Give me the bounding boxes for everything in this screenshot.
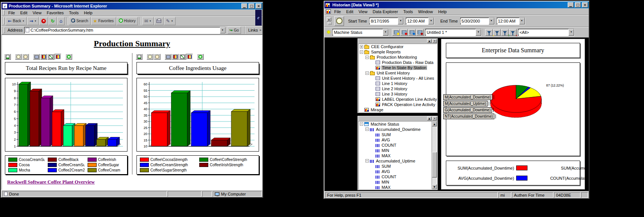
ie-titlebar[interactable]: e Production Summary - Microsoft Interne… [2, 3, 262, 9]
tree-item-cee-configurator[interactable]: +CEE Configurator [359, 44, 437, 49]
ie-menu-favorites[interactable]: Favorites [44, 10, 66, 16]
delete-filter-button[interactable]: × [509, 29, 517, 36]
collapse-icon[interactable]: − [365, 127, 369, 131]
maximize-button[interactable]: □ [575, 2, 581, 8]
home-button[interactable]: ⌂ [57, 17, 65, 25]
tree-item-min[interactable]: MIN [359, 148, 432, 153]
ie-menu-file[interactable]: File [6, 10, 18, 16]
tree-item-production-data-raw-data[interactable]: Production Data - Raw Data [359, 60, 437, 65]
minimize-button[interactable]: ▁ [241, 3, 247, 9]
favorites-button[interactable]: ★Favorites [91, 17, 116, 25]
tree-item-mirage[interactable]: Mirage [359, 107, 437, 112]
dropdown-arrow[interactable]: ▼ [568, 29, 574, 36]
close-button[interactable]: × [256, 3, 262, 9]
tree-item-count[interactable]: COUNT [359, 143, 432, 148]
table-view-button[interactable] [165, 54, 171, 60]
collapse-icon[interactable]: − [365, 71, 369, 75]
dropdown-arrow[interactable]: ▼ [519, 18, 525, 24]
tree-item-sum[interactable]: SUM [359, 132, 432, 137]
tree-item-machine-status[interactable]: −Machine Status [359, 121, 432, 127]
minimize-button[interactable]: ▁ [568, 2, 574, 8]
mail-dropdown-arrow[interactable]: ▼ [149, 20, 152, 22]
historian-menu-edit[interactable]: Edit [344, 9, 356, 15]
coffee-plant-overview-link[interactable]: Rockwell Software Coffee Plant Overview [7, 179, 95, 185]
historian-menu-help[interactable]: Help [435, 9, 449, 15]
export-button[interactable] [136, 54, 142, 60]
bar-view-button[interactable] [40, 54, 47, 60]
line-view-button[interactable] [179, 54, 186, 60]
scroll-down-button[interactable]: ▼ [432, 184, 437, 189]
edit-filter-button[interactable]: ? [501, 29, 509, 36]
column-view-button[interactable] [186, 54, 193, 60]
start-clock-combo[interactable]: 12:00 AM▼ [406, 17, 434, 25]
dropdown-arrow[interactable]: ▼ [476, 29, 481, 36]
historian-menu-tools[interactable]: Tools [401, 9, 416, 15]
toolbar-grip[interactable] [3, 17, 5, 24]
toolbar-close-button[interactable]: × [327, 17, 331, 21]
tree-item-pack-operation-line-activity[interactable]: PACK Operation Line Activity [359, 102, 437, 107]
tree-item-accumulated-downtime[interactable]: −Accumulated_Downtime [359, 127, 432, 132]
historian-titlebar[interactable]: Historian [Data View3 *] ▁ □ × [324, 2, 589, 8]
time-picker-button[interactable] [334, 16, 344, 26]
data-view-combo[interactable]: Untitled 1 *▼ [425, 29, 482, 36]
toolbar-grip[interactable] [328, 22, 332, 25]
mail-button[interactable]: ✉▼ [142, 17, 154, 25]
historian-menu-window[interactable]: Window [415, 9, 435, 15]
address-input[interactable]: C:\CoffeeProductionSummary.htm ▼ [24, 27, 226, 34]
refresh-chart-button[interactable] [197, 54, 204, 60]
links-label[interactable]: Links [248, 28, 258, 32]
end-clock-combo[interactable]: 12:00 AM▼ [497, 17, 525, 25]
historian-menu-view[interactable]: View [356, 9, 370, 15]
time-edit-button[interactable] [154, 54, 161, 60]
pane-close-button[interactable]: ✕ [432, 39, 437, 43]
pane-pin-button[interactable]: ▲ [427, 117, 432, 120]
collapse-icon[interactable]: − [365, 56, 369, 59]
time-edit-button[interactable] [22, 54, 29, 60]
tree-item-line-3-history[interactable]: Line 3 History [359, 91, 437, 97]
collapse-icon[interactable]: − [365, 159, 369, 162]
tag-combo[interactable]: Machine Status▼ [332, 29, 389, 36]
edit-data-view-button[interactable] [400, 29, 408, 36]
export-button[interactable] [4, 54, 11, 60]
tree-item-production-monitoring[interactable]: −Production Monitoring [359, 55, 437, 60]
collapse-icon[interactable]: − [360, 122, 363, 126]
time-range-button[interactable] [15, 54, 22, 60]
address-dropdown-button[interactable]: ▼ [220, 27, 226, 33]
tree-item-max[interactable]: MAX [359, 185, 432, 190]
tree-item-line-1-history[interactable]: Line 1 History [359, 81, 437, 86]
ie-menu-edit[interactable]: Edit [18, 10, 30, 16]
new-filter-button[interactable]: ＋ [485, 29, 493, 36]
tree-item-sample-reports[interactable]: −Sample Reports [359, 49, 437, 55]
ie-menu-tools[interactable]: Tools [67, 10, 82, 16]
column-view-button[interactable] [55, 54, 61, 60]
tree-item-label-operation-line-activity[interactable]: LABEL Operation Line Activity [359, 97, 437, 102]
go-button[interactable]: ↪ Go [227, 27, 241, 34]
pane-close-button[interactable]: ✕ [432, 117, 437, 120]
bar-view-button[interactable] [172, 54, 179, 60]
copy-data-view-button[interactable] [408, 29, 416, 36]
dropdown-arrow[interactable]: ▼ [398, 18, 403, 24]
links-chevron[interactable]: » [259, 28, 261, 32]
end-date-combo[interactable]: 5/30/2000▼ [460, 17, 495, 25]
history-button[interactable]: History [117, 17, 138, 25]
back-dropdown-arrow[interactable]: ▼ [22, 20, 24, 22]
print-button[interactable] [154, 17, 164, 25]
delete-data-view-button[interactable] [416, 29, 424, 36]
edit-button[interactable]: ✎▼ [164, 17, 176, 25]
addressbar-grip[interactable] [4, 27, 5, 33]
ie-menu-help[interactable]: Help [81, 10, 95, 16]
forward-dropdown-arrow[interactable]: ▼ [34, 20, 36, 22]
line-view-button[interactable] [47, 54, 54, 60]
tree-item-min[interactable]: MIN [359, 179, 432, 185]
pane-pin-button[interactable]: ▲ [427, 39, 432, 43]
collapse-icon[interactable]: − [360, 50, 363, 54]
edit-dropdown-arrow[interactable]: ▼ [171, 20, 173, 22]
menu-grip[interactable] [3, 10, 5, 15]
historian-menu-file[interactable]: File [332, 9, 344, 15]
tree-item-unit-event-history-all-lines[interactable]: Unit Event History - All Lines [359, 76, 437, 81]
stop-button[interactable]: ✕ [39, 17, 48, 25]
start-date-combo[interactable]: 8/17/1995▼ [369, 17, 404, 25]
refresh-button[interactable]: ↻ [48, 17, 57, 25]
tree-item-line-2-history[interactable]: Line 2 History [359, 86, 437, 91]
tree-item-max[interactable]: MAX [359, 153, 432, 158]
